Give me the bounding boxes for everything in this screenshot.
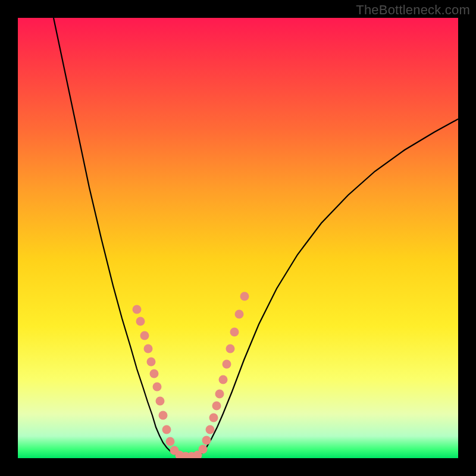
dot-left <box>159 411 168 420</box>
plot-area <box>18 18 458 458</box>
dot-left <box>153 383 162 392</box>
dot-right <box>202 436 211 445</box>
dot-right <box>209 414 218 422</box>
watermark-text: TheBottleneck.com <box>356 2 470 18</box>
dot-right <box>215 390 224 399</box>
dot-left <box>144 345 153 353</box>
dot-right <box>235 310 244 319</box>
dot-right <box>223 360 231 369</box>
dot-right <box>212 402 221 411</box>
curve-right-branch <box>200 119 458 455</box>
dot-left <box>133 305 142 314</box>
data-dots <box>133 292 249 459</box>
dot-right <box>206 425 215 434</box>
dot-left <box>150 369 159 378</box>
dot-left <box>140 331 149 340</box>
chart-svg <box>18 18 458 458</box>
dot-right <box>199 445 208 454</box>
dot-left <box>156 397 165 406</box>
dot-left <box>147 358 156 367</box>
dot-left <box>166 437 175 446</box>
dot-right <box>240 292 249 301</box>
chart-frame: TheBottleneck.com <box>0 0 476 476</box>
dot-left <box>136 317 145 326</box>
dot-left <box>162 425 171 434</box>
dot-right <box>230 328 239 337</box>
dot-right <box>219 375 228 384</box>
dot-right <box>226 345 235 353</box>
